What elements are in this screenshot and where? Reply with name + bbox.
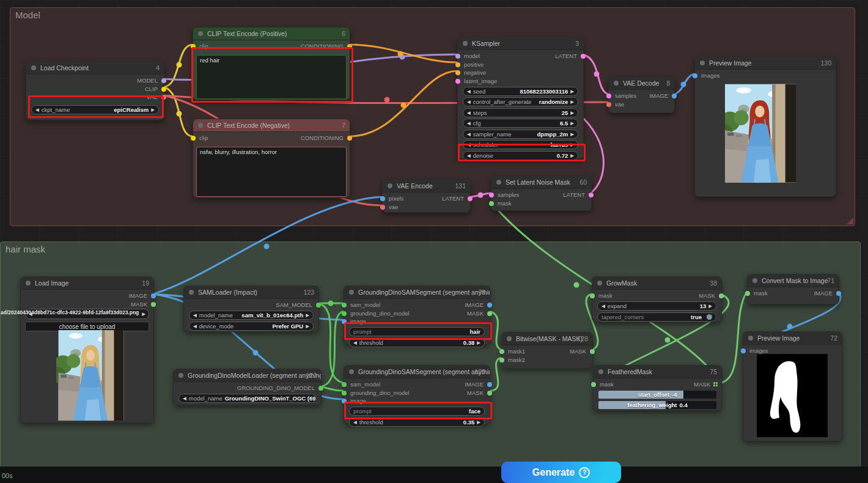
port-mask-in[interactable] (489, 201, 494, 206)
stepper-left-icon[interactable]: ◀ (467, 120, 471, 126)
port-sam-model-in[interactable] (342, 303, 347, 308)
collapse-toggle-icon[interactable] (198, 123, 203, 128)
widget-threshold[interactable]: ◀ threshold 0.38 ▶ (349, 338, 485, 347)
port-mask-out[interactable] (719, 293, 724, 298)
node-clip-text-encode-positive[interactable]: CLIP Text Encode (Positive) 6 clip CONDI… (193, 27, 350, 100)
node-header[interactable]: GroundingDinoSAMSegment (segment anythin… (344, 286, 490, 299)
group-resize-handle[interactable] (847, 218, 853, 224)
collapse-toggle-icon[interactable] (597, 281, 602, 286)
collapse-toggle-icon[interactable] (178, 373, 183, 378)
node-header[interactable]: CLIP Text Encode (Positive) 6 (193, 28, 350, 40)
collapse-toggle-icon[interactable] (752, 278, 757, 283)
port-vae-in[interactable] (606, 102, 611, 107)
widget-threshold[interactable]: ◀ threshold 0.35 ▶ (349, 418, 485, 427)
stepper-right-icon[interactable]: ▶ (477, 419, 480, 425)
port-vae[interactable] (161, 95, 166, 100)
node-header[interactable]: GrowMask 38 (592, 277, 721, 290)
port-dino-model-in[interactable] (342, 311, 347, 316)
node-vae-encode[interactable]: VAE Encode 131 pixels LATENT vae (382, 179, 471, 213)
port-sam-model-in[interactable] (342, 382, 347, 387)
port-mask-out[interactable] (590, 349, 595, 354)
port-latent-out[interactable] (581, 54, 586, 59)
widget-device-mode[interactable]: ◀ device_mode Prefer GPU ▶ (189, 322, 314, 331)
node-header[interactable]: FeatheredMask 75 (594, 366, 721, 378)
port-model-in[interactable] (455, 54, 460, 59)
stepper-right-icon[interactable]: ▶ (306, 312, 309, 318)
node-header[interactable]: VAE Encode 131 (383, 180, 470, 193)
collapse-toggle-icon[interactable] (507, 336, 512, 341)
node-header[interactable]: Preview Image 72 (743, 332, 842, 345)
widget-scheduler[interactable]: ◀ scheduler karras ▶ (463, 140, 578, 149)
port-clip-in[interactable] (191, 44, 196, 49)
widget-model-name[interactable]: ◀ model_name GroundingDINO_SwinT_OGC (69… (178, 394, 316, 403)
port-latent-out[interactable] (589, 193, 594, 197)
widget-ckpt-name[interactable]: ◀ ckpt_name epiCRealism ▶ (31, 105, 159, 114)
stepper-right-icon[interactable]: ▶ (570, 131, 574, 137)
node-header[interactable]: Preview Image 130 (695, 57, 836, 70)
port-vae-in[interactable] (380, 205, 385, 210)
stepper-left-icon[interactable]: ◀ (35, 107, 39, 112)
port-image-out[interactable] (151, 293, 156, 298)
stepper-right-icon[interactable]: ▶ (142, 311, 145, 317)
widget-expand[interactable]: ◀ expand 13 ▶ (597, 301, 716, 311)
node-grow-mask[interactable]: GrowMask 38 mask MASK ◀ expand 13 ▶ tape… (592, 276, 722, 322)
collapse-toggle-icon[interactable] (26, 281, 31, 286)
help-icon[interactable]: ? (579, 467, 590, 478)
node-header[interactable]: Load Image 19 (21, 277, 153, 290)
port-image-out[interactable] (672, 94, 677, 98)
slider-start-offset[interactable]: start_offset -4 (598, 391, 716, 399)
port-latent-out[interactable] (468, 196, 473, 201)
stepper-left-icon[interactable]: ◀ (193, 323, 197, 329)
comfyui-canvas[interactable]: { "status_bar": { "elapsed": "00s" }, "g… (0, 0, 868, 483)
port-image-out[interactable] (487, 382, 492, 387)
group-hair-mask-title[interactable]: hair mask (6, 244, 45, 254)
port-mask-out[interactable] (487, 391, 492, 396)
widget-denoise[interactable]: ◀ denoise 0.72 ▶ (463, 151, 578, 160)
stepper-right-icon[interactable]: ▶ (306, 323, 309, 329)
node-sam-loader[interactable]: SAMLoader (Impact) 123 SAM_MODEL ◀ model… (183, 286, 319, 332)
collapse-toggle-icon[interactable] (388, 183, 392, 188)
stepper-right-icon[interactable]: ▶ (570, 153, 574, 158)
toggle-icon[interactable] (707, 314, 712, 320)
node-load-image[interactable]: Load Image 19 IMAGE MASK ◀ ▶ choose file… (20, 276, 154, 423)
node-grounding-dino-sam-segment-face[interactable]: GroundingDinoSAMSegment (segment anythin… (344, 365, 490, 424)
stepper-right-icon[interactable]: ▶ (570, 120, 574, 126)
widget-sampler-name[interactable]: ◀ sampler_name dpmpp_2m ▶ (463, 130, 578, 139)
stepper-left-icon[interactable]: ◀ (467, 142, 471, 147)
node-set-latent-noise-mask[interactable]: Set Latent Noise Mask 60 samples LATENT … (491, 175, 592, 211)
node-bitwise-mask[interactable]: Bitwise(MASK - MASK) 128 mask1 MASK mask… (501, 332, 593, 369)
stepper-right-icon[interactable]: ▶ (570, 89, 574, 94)
port-negative-in[interactable] (455, 70, 460, 75)
widget-prompt[interactable]: prompt face (349, 407, 485, 416)
node-preview-image-72[interactable]: Preview Image 72 images (743, 331, 842, 441)
node-header[interactable]: GroundingDinoSAMSegment (segment anythin… (344, 366, 490, 378)
collapse-toggle-icon[interactable] (496, 180, 501, 185)
node-grounding-dino-sam-segment-hair[interactable]: GroundingDinoSAMSegment (segment anythin… (344, 286, 490, 345)
collapse-toggle-icon[interactable] (463, 41, 468, 46)
port-sam-model-out[interactable] (316, 303, 321, 308)
stepper-left-icon[interactable]: ◀ (467, 153, 471, 158)
node-header[interactable]: CLIP Text Encode (Negative) 7 (193, 119, 350, 132)
stepper-right-icon[interactable]: ▶ (570, 99, 574, 105)
prompt-textarea[interactable]: nsfw, blurry, illustration, horror (196, 147, 347, 197)
node-ksampler[interactable]: KSampler 3 model LATENT positive negativ… (457, 37, 584, 159)
collapse-toggle-icon[interactable] (198, 31, 203, 36)
slider-feathering-weight[interactable]: feathering_weight 0.4 (598, 401, 716, 409)
port-images-in[interactable] (741, 348, 746, 353)
node-header[interactable]: Convert Mask to Image 71 (748, 275, 839, 287)
stepper-right-icon[interactable]: ▶ (570, 142, 574, 147)
collapse-toggle-icon[interactable] (189, 290, 194, 295)
port-pixels-in[interactable] (380, 196, 385, 201)
stepper-left-icon[interactable]: ◀ (601, 303, 605, 309)
node-header[interactable]: Load Checkpoint 4 (26, 62, 164, 75)
widget-control-after-generate[interactable]: ◀ control_after_generate randomize ▶ (463, 97, 578, 106)
port-image-out[interactable] (487, 303, 492, 308)
node-clip-text-encode-negative[interactable]: CLIP Text Encode (Negative) 7 clip CONDI… (193, 119, 350, 198)
generate-button[interactable]: Generate ? (501, 462, 621, 483)
port-dino-model-out[interactable] (318, 386, 323, 391)
port-latent-in[interactable] (455, 79, 460, 84)
widget-model-name[interactable]: ◀ model_name sam_vit_b_01ec64.pth ▶ (189, 311, 314, 320)
port-mask1-in[interactable] (499, 349, 504, 354)
node-grounding-dino-model-loader[interactable]: GroundingDinoModelLoader (segment anythi… (173, 369, 322, 405)
port-clip-in[interactable] (191, 136, 196, 141)
